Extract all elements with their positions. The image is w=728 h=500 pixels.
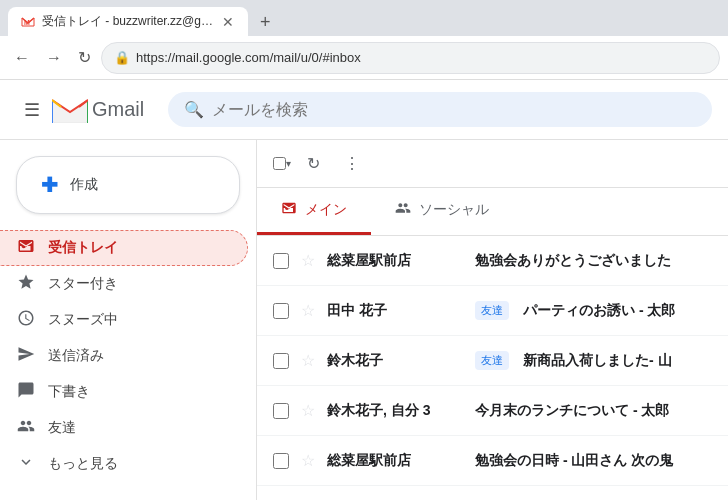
new-tab-button[interactable]: +	[252, 8, 279, 37]
active-tab[interactable]: M 受信トレイ - buzzwriter.zz@gmail. ✕	[8, 7, 248, 36]
url-bar[interactable]: 🔒 https://mail.google.com/mail/u/0/#inbo…	[101, 42, 720, 74]
gmail-app: ☰ Gmail 🔍 ✚ 作成	[0, 80, 728, 500]
tab-social-label: ソーシャル	[419, 201, 489, 219]
email-list: ☆ 総菜屋駅前店 勉強会ありがとうございました ☆ 田中 花子 友達 パーティの…	[257, 236, 728, 500]
email-checkbox[interactable]	[273, 353, 289, 369]
sidebar-item-inbox[interactable]: 受信トレイ	[0, 230, 248, 266]
main-content: ▾ ↻ ⋮ メイン ソーシャル	[256, 140, 728, 500]
email-preview: パーティのお誘い - 太郎	[523, 302, 712, 320]
email-subject: 勉強会の日時 - 山田さん 次の鬼	[475, 452, 673, 468]
send-icon	[16, 345, 36, 367]
email-preview: 今月末のランチについて - 太郎	[475, 402, 712, 420]
email-checkbox[interactable]	[273, 403, 289, 419]
menu-button[interactable]: ☰	[16, 91, 48, 129]
email-sender: 田中 花子	[327, 302, 467, 320]
inbox-icon	[16, 237, 36, 259]
gmail-text: Gmail	[92, 98, 144, 121]
sidebar-item-inbox-label: 受信トレイ	[48, 239, 118, 257]
inbox-tabs: メイン ソーシャル	[257, 188, 728, 236]
email-row[interactable]: ☆ 総菜屋駅前店 勉強会の日時 - 山田さん 次の鬼	[257, 436, 728, 486]
email-subject: 今月末のランチについて - 太郎	[475, 402, 669, 418]
search-bar[interactable]: 🔍	[168, 92, 712, 127]
app-body: ✚ 作成 受信トレイ スター付き	[0, 140, 728, 500]
email-subject: 新商品入荷しました- 山	[523, 352, 672, 368]
sidebar-item-drafts-label: 下書き	[48, 383, 90, 401]
sidebar-item-sent[interactable]: 送信済み	[0, 338, 248, 374]
lock-icon: 🔒	[114, 50, 130, 65]
email-star[interactable]: ☆	[301, 301, 315, 320]
app-header: ☰ Gmail 🔍	[0, 80, 728, 140]
email-row[interactable]: ☆ 鈴木花子, 自分 3 今月末のランチについて - 太郎	[257, 386, 728, 436]
expand-icon	[16, 453, 36, 475]
refresh-toolbar-button[interactable]: ↻	[299, 148, 328, 179]
email-checkbox[interactable]	[273, 253, 289, 269]
tab-main[interactable]: メイン	[257, 188, 371, 235]
gmail-logo: Gmail	[52, 96, 144, 123]
sidebar-item-more[interactable]: もっと見る	[0, 446, 248, 482]
draft-icon	[16, 381, 36, 403]
sidebar-item-more-label: もっと見る	[48, 455, 118, 473]
email-star[interactable]: ☆	[301, 401, 315, 420]
compose-button[interactable]: ✚ 作成	[16, 156, 240, 214]
sidebar-item-snoozed-label: スヌーズ中	[48, 311, 118, 329]
compose-plus-icon: ✚	[41, 173, 58, 197]
sidebar-item-sent-label: 送信済み	[48, 347, 104, 365]
svg-text:M: M	[24, 19, 30, 26]
email-star[interactable]: ☆	[301, 351, 315, 370]
tab-close-button[interactable]: ✕	[220, 14, 236, 30]
email-checkbox[interactable]	[273, 303, 289, 319]
tab-title: 受信トレイ - buzzwriter.zz@gmail.	[42, 13, 214, 30]
sidebar-item-starred-label: スター付き	[48, 275, 118, 293]
tab-social[interactable]: ソーシャル	[371, 188, 513, 235]
search-input[interactable]	[212, 101, 696, 119]
social-tab-icon	[395, 200, 411, 220]
tab-main-label: メイン	[305, 201, 347, 219]
forward-button[interactable]: →	[40, 45, 68, 71]
email-sender: 総菜屋駅前店	[327, 252, 467, 270]
email-subject: 勉強会ありがとうございました	[475, 252, 671, 268]
url-text: https://mail.google.com/mail/u/0/#inbox	[136, 50, 361, 65]
gmail-m-logo	[52, 96, 88, 123]
email-sender: 総菜屋駅前店	[327, 452, 467, 470]
address-bar: ← → ↻ 🔒 https://mail.google.com/mail/u/0…	[0, 36, 728, 80]
email-row[interactable]: ☆ 田中 花子 友達 パーティのお誘い - 太郎	[257, 286, 728, 336]
email-subject: パーティのお誘い - 太郎	[523, 302, 675, 318]
sidebar: ✚ 作成 受信トレイ スター付き	[0, 140, 256, 500]
sidebar-item-contacts[interactable]: 友達	[0, 410, 248, 446]
email-sender: 鈴木花子, 自分 3	[327, 402, 467, 420]
select-all-checkbox[interactable]	[273, 157, 286, 170]
star-icon	[16, 273, 36, 295]
email-row[interactable]: ☆ 鈴木花子 友達 新商品入荷しました- 山	[257, 336, 728, 386]
email-badge: 友達	[475, 301, 509, 320]
back-button[interactable]: ←	[8, 45, 36, 71]
compose-label: 作成	[70, 176, 98, 194]
email-preview: 勉強会の日時 - 山田さん 次の鬼	[475, 452, 712, 470]
refresh-button[interactable]: ↻	[72, 44, 97, 71]
sidebar-item-starred[interactable]: スター付き	[0, 266, 248, 302]
email-preview: 勉強会ありがとうございました	[475, 252, 712, 270]
sidebar-item-contacts-label: 友達	[48, 419, 76, 437]
email-checkbox[interactable]	[273, 453, 289, 469]
email-sender: 鈴木花子	[327, 352, 467, 370]
email-toolbar: ▾ ↻ ⋮	[257, 140, 728, 188]
more-toolbar-button[interactable]: ⋮	[336, 148, 368, 179]
clock-icon	[16, 309, 36, 331]
select-dropdown-arrow[interactable]: ▾	[286, 158, 291, 169]
email-preview: 新商品入荷しました- 山	[523, 352, 712, 370]
email-row[interactable]: ☆ 総菜屋駅前店 勉強会ありがとうございました	[257, 236, 728, 286]
gmail-favicon: M	[20, 14, 36, 30]
sidebar-item-snoozed[interactable]: スヌーズ中	[0, 302, 248, 338]
email-star[interactable]: ☆	[301, 251, 315, 270]
search-icon: 🔍	[184, 100, 204, 119]
email-star[interactable]: ☆	[301, 451, 315, 470]
sidebar-item-drafts[interactable]: 下書き	[0, 374, 248, 410]
main-tab-icon	[281, 200, 297, 220]
contacts-icon	[16, 417, 36, 439]
select-all-area: ▾	[273, 157, 291, 170]
email-badge: 友達	[475, 351, 509, 370]
